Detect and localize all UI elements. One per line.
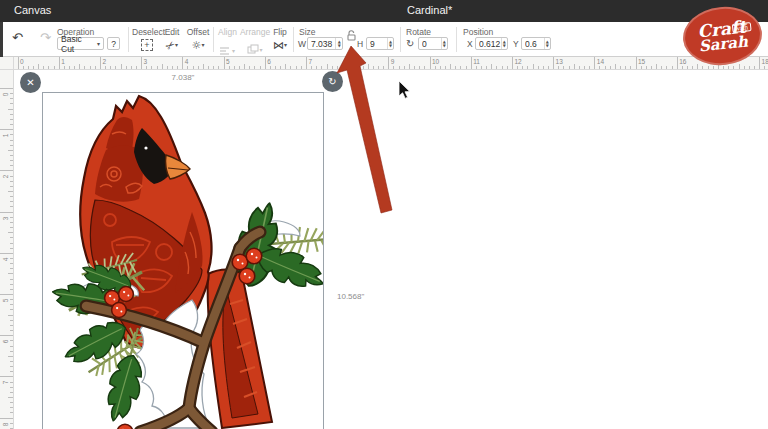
stepper-down-icon[interactable]: ▼: [338, 44, 341, 48]
ruler-minor-tick: [630, 66, 631, 69]
canvas-menu-label[interactable]: Canvas: [14, 4, 51, 16]
ruler-minor-tick: [342, 66, 343, 69]
stepper-down-icon[interactable]: ▼: [546, 44, 549, 48]
ruler-number: 6: [267, 58, 271, 65]
flip-menu-button[interactable]: ⋈▾: [266, 39, 294, 52]
rotate-selection-handle[interactable]: ↻: [322, 71, 343, 92]
selection-width-label: 7.038": [42, 73, 324, 82]
offset-menu-button[interactable]: ☼▾: [184, 39, 212, 52]
ruler-minor-tick: [8, 397, 13, 398]
close-icon: ✕: [26, 77, 34, 88]
scissors-icon: ✂: [163, 38, 178, 54]
ruler-minor-tick: [481, 66, 482, 69]
ruler-tick: [512, 57, 513, 70]
position-x-input[interactable]: [476, 38, 501, 49]
ruler-number: 10: [432, 58, 439, 65]
position-x-stepper[interactable]: ▲▼: [501, 38, 507, 49]
ruler-number: 12: [514, 58, 521, 65]
ruler-minor-tick: [404, 66, 405, 69]
ruler-minor-tick: [151, 66, 152, 69]
ruler-minor-tick: [10, 114, 13, 115]
ruler-minor-tick: [10, 412, 13, 413]
ruler-minor-tick: [569, 66, 570, 69]
width-field[interactable]: ▲▼: [307, 37, 343, 50]
ruler-minor-tick: [10, 284, 13, 285]
ruler-number: 4: [2, 255, 9, 263]
ruler-minor-tick: [10, 237, 13, 238]
ruler-number: 18: [762, 58, 768, 65]
selection-bounding-box[interactable]: [42, 92, 324, 429]
x-letter: X: [467, 39, 473, 49]
ruler-number: 7: [308, 58, 312, 65]
delete-selection-button[interactable]: ✕: [20, 72, 41, 93]
ruler-minor-tick: [10, 155, 13, 156]
chevron-down-icon: ▾: [201, 41, 204, 48]
chevron-down-icon: ▾: [232, 47, 235, 54]
ruler-minor-tick: [110, 66, 111, 69]
ruler-minor-tick: [84, 66, 85, 69]
help-button[interactable]: ?: [107, 37, 120, 50]
ruler-minor-tick: [620, 66, 621, 69]
height-input[interactable]: [367, 38, 387, 49]
ruler-number: 6: [2, 338, 9, 346]
height-stepper[interactable]: ▲▼: [387, 38, 393, 49]
toolbar-divider: [213, 27, 214, 52]
ruler-minor-tick: [10, 134, 13, 135]
ruler-minor-tick: [527, 66, 528, 69]
deselect-icon[interactable]: +: [141, 39, 153, 51]
size-lock-button[interactable]: [346, 27, 357, 45]
ruler-minor-tick: [378, 66, 379, 69]
ruler-minor-tick: [10, 387, 13, 388]
ruler-number: 1: [61, 58, 65, 65]
ruler-minor-tick: [296, 66, 297, 69]
document-title: Cardinal*: [407, 4, 452, 16]
position-label: Position: [463, 27, 493, 37]
ruler-minor-tick: [162, 64, 163, 69]
edit-menu-button[interactable]: ✂▾: [158, 39, 186, 52]
undo-icon[interactable]: ↶: [12, 30, 23, 45]
ruler-minor-tick: [8, 109, 13, 110]
ruler-minor-tick: [10, 176, 13, 177]
ruler-tick: [347, 57, 348, 70]
rotate-icon[interactable]: ↻: [406, 38, 414, 49]
redo-icon[interactable]: ↷: [40, 30, 51, 45]
stepper-down-icon[interactable]: ▼: [389, 44, 392, 48]
ruler-minor-tick: [368, 64, 369, 69]
ruler-minor-tick: [409, 64, 410, 69]
offset-sun-icon: ☼: [192, 39, 202, 52]
ruler-minor-tick: [666, 66, 667, 69]
ruler-minor-tick: [10, 279, 13, 280]
position-x-field[interactable]: ▲▼: [475, 37, 508, 50]
ruler-minor-tick: [254, 66, 255, 69]
ruler-tick: [0, 335, 14, 336]
ruler-minor-tick: [728, 66, 729, 69]
position-y-stepper[interactable]: ▲▼: [544, 38, 550, 49]
chevron-down-icon: ▾: [284, 41, 287, 48]
width-stepper[interactable]: ▲▼: [335, 38, 342, 49]
height-field[interactable]: ▲▼: [366, 37, 394, 50]
ruler-minor-tick: [383, 66, 384, 69]
stepper-down-icon[interactable]: ▼: [443, 44, 446, 48]
operation-dropdown[interactable]: Basic Cut ▾: [57, 37, 104, 50]
ruler-tick: [0, 418, 14, 419]
ruler-minor-tick: [10, 320, 13, 321]
rotate-input[interactable]: [419, 38, 441, 49]
ruler-tick: [100, 57, 101, 70]
ruler-minor-tick: [121, 64, 122, 69]
rotate-field[interactable]: ▲▼: [418, 37, 448, 50]
ruler-minor-tick: [64, 66, 65, 69]
width-input[interactable]: [308, 38, 335, 49]
position-y-field[interactable]: ▲▼: [521, 37, 551, 50]
ruler-minor-tick: [218, 66, 219, 69]
ruler-minor-tick: [610, 66, 611, 69]
position-y-input[interactable]: [522, 38, 544, 49]
ruler-minor-tick: [10, 98, 13, 99]
rotate-stepper[interactable]: ▲▼: [441, 38, 447, 49]
chevron-down-icon: ▾: [97, 40, 100, 47]
y-letter: Y: [513, 39, 519, 49]
ruler-minor-tick: [641, 66, 642, 69]
stepper-down-icon[interactable]: ▼: [503, 44, 506, 48]
toolbar-divider: [293, 27, 294, 52]
ruler-minor-tick: [8, 273, 13, 274]
ruler-tick: [594, 57, 595, 70]
